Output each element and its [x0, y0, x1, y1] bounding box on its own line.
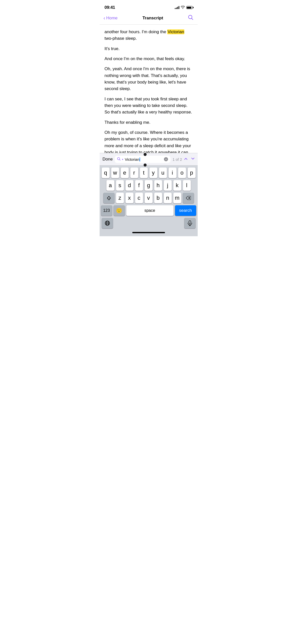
find-prev-button[interactable]: [184, 156, 188, 163]
selection-handle-bottom: [144, 164, 147, 167]
status-time: 09:41: [105, 5, 115, 10]
keyboard[interactable]: q w e r t y u i o p a s d f g h j k l z …: [100, 166, 198, 230]
battery-icon: [186, 6, 193, 9]
key-y[interactable]: y: [149, 168, 157, 178]
find-next-button[interactable]: [191, 156, 195, 163]
transcript-content: another four hours. I'm doing the Victor…: [100, 25, 198, 153]
key-x[interactable]: x: [125, 193, 134, 203]
highlighted-word: Victorian: [167, 29, 184, 34]
status-icons: [175, 6, 193, 10]
find-count: 1 of 2: [173, 157, 182, 162]
nav-bar: ‹ Home Transcript: [100, 13, 198, 25]
key-d[interactable]: d: [125, 180, 134, 191]
back-button[interactable]: ‹ Home: [104, 15, 118, 21]
transcript-paragraph-2: And once I'm on the moon, that feels oka…: [105, 56, 193, 62]
key-h[interactable]: h: [154, 180, 162, 191]
key-s[interactable]: s: [116, 180, 124, 191]
key-g[interactable]: g: [145, 180, 153, 191]
home-bar: [132, 232, 165, 233]
key-shift[interactable]: [103, 193, 114, 203]
find-bar-container: Done ▾ Victorian ✕ 1 of 2: [100, 153, 198, 166]
keyboard-row-bottom: 123 🙂 space search: [100, 205, 197, 217]
key-c[interactable]: c: [135, 193, 143, 203]
keyboard-row-3: z x c v b n m: [100, 193, 197, 203]
svg-line-3: [119, 159, 120, 160]
keyboard-row-1: q w e r t y u i o p: [100, 168, 197, 178]
key-i[interactable]: i: [168, 168, 177, 178]
key-n[interactable]: n: [164, 193, 172, 203]
key-u[interactable]: u: [159, 168, 167, 178]
key-m[interactable]: m: [173, 193, 181, 203]
find-chevron-icon: ▾: [122, 158, 123, 161]
key-o[interactable]: o: [178, 168, 186, 178]
chevron-left-icon: ‹: [104, 15, 105, 21]
transcript-paragraph-6: Oh my gosh, of course. Where it becomes …: [105, 129, 193, 153]
key-v[interactable]: v: [145, 193, 153, 203]
key-microphone[interactable]: [184, 218, 195, 228]
page-title: Transcript: [142, 16, 163, 21]
key-z[interactable]: z: [116, 193, 124, 203]
key-search[interactable]: search: [175, 205, 196, 216]
key-e[interactable]: e: [121, 168, 129, 178]
key-q[interactable]: q: [102, 168, 110, 178]
key-delete[interactable]: [183, 193, 194, 203]
transcript-paragraph-3: Oh, yeah. And once I'm on the moon, ther…: [105, 66, 193, 92]
search-button[interactable]: [188, 15, 193, 21]
home-indicator-area: [100, 230, 198, 236]
key-globe[interactable]: [102, 218, 113, 228]
svg-rect-11: [189, 221, 191, 224]
back-label: Home: [106, 16, 117, 21]
status-bar: 09:41: [100, 0, 198, 13]
find-input[interactable]: Victorian: [125, 157, 162, 162]
key-f[interactable]: f: [135, 180, 143, 191]
find-bar[interactable]: Done ▾ Victorian ✕ 1 of 2: [100, 153, 198, 166]
find-nav-buttons: [184, 156, 195, 163]
key-r[interactable]: r: [130, 168, 138, 178]
key-k[interactable]: k: [173, 180, 181, 191]
key-l[interactable]: l: [183, 180, 191, 191]
key-a[interactable]: a: [106, 180, 114, 191]
key-emoji[interactable]: 🙂: [114, 205, 125, 216]
transcript-paragraph-0: another four hours. I'm doing the Victor…: [105, 29, 193, 42]
transcript-paragraph-4: I can see, I see that you took first sle…: [105, 96, 193, 116]
key-t[interactable]: t: [140, 168, 148, 178]
selection-handle-top: [144, 153, 147, 156]
keyboard-extra-row: [100, 217, 197, 230]
find-done-button[interactable]: Done: [103, 157, 113, 162]
key-123[interactable]: 123: [101, 205, 112, 216]
transcript-paragraph-5: Thanks for enabling me.: [105, 119, 193, 126]
wifi-icon: [181, 6, 185, 10]
keyboard-row-2: a s d f g h j k l: [100, 180, 197, 191]
key-p[interactable]: p: [188, 168, 196, 178]
signal-icon: [175, 6, 179, 9]
find-clear-button[interactable]: ✕: [164, 157, 168, 161]
find-input-wrapper[interactable]: ▾ Victorian ✕: [115, 156, 171, 163]
find-search-icon: [117, 157, 120, 161]
key-j[interactable]: j: [164, 180, 172, 191]
key-b[interactable]: b: [154, 193, 162, 203]
transcript-paragraph-1: It's true.: [105, 46, 193, 52]
key-w[interactable]: w: [111, 168, 119, 178]
svg-line-1: [192, 18, 193, 20]
key-space[interactable]: space: [126, 205, 174, 216]
